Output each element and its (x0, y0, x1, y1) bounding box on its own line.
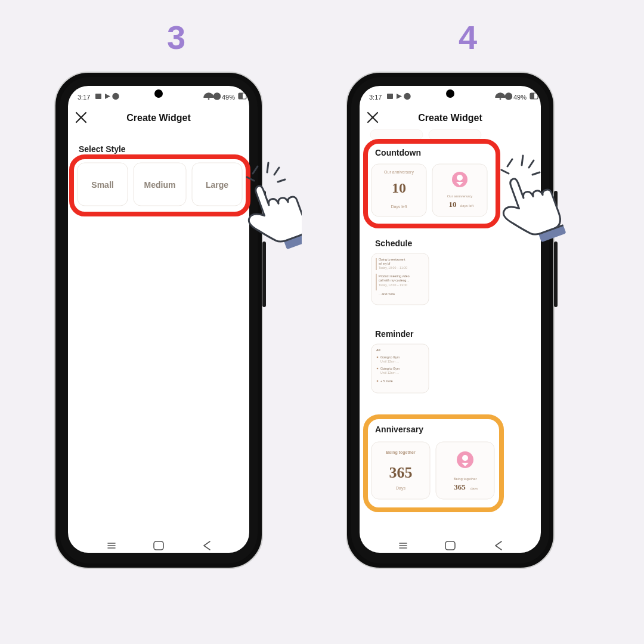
svg-point-7 (154, 89, 163, 98)
svg-text:Going to Gym: Going to Gym (380, 367, 400, 370)
svg-text:All: All (376, 348, 380, 352)
svg-rect-14 (239, 93, 243, 99)
svg-text:…and more: …and more (379, 292, 395, 296)
svg-line-27 (274, 168, 279, 175)
anniv-a-title: Being together (386, 450, 416, 455)
phone-4: 3:17 49% Create Widget (343, 69, 593, 611)
size-small-label: Small (91, 180, 113, 190)
step-number: 4 (459, 18, 477, 57)
size-small[interactable]: Small (78, 163, 128, 206)
countdown-b-title: Our anniversary (447, 194, 472, 198)
phone-3: 3:17 49% Creat (51, 69, 302, 611)
countdown-card-a[interactable]: Our anniversary 10 Days left (371, 164, 426, 216)
step-3-column: 3 3:17 49% (67, 0, 285, 644)
svg-rect-36 (554, 242, 558, 307)
svg-line-84 (522, 156, 523, 165)
svg-text:Going to Gym: Going to Gym (380, 355, 400, 359)
step-number: 3 (167, 18, 185, 57)
status-time: 3:17 (78, 94, 90, 101)
schedule-title: Schedule (375, 239, 412, 248)
svg-rect-50 (429, 129, 481, 140)
countdown-a-daysleft: Days left (391, 205, 407, 209)
countdown-title: Countdown (375, 148, 421, 157)
reminder-card[interactable]: All Going to Gym Until 12am … Going to G… (371, 344, 429, 393)
svg-point-41 (499, 98, 501, 100)
size-large-label: Large (205, 180, 228, 190)
svg-point-70 (376, 368, 378, 370)
countdown-a-number: 10 (392, 180, 406, 196)
svg-point-38 (446, 89, 454, 98)
anniv-a-days: Days (396, 486, 405, 491)
anniversary-title: Anniversary (375, 425, 423, 434)
svg-point-78 (462, 455, 468, 461)
svg-text:w/ my bf: w/ my bf (379, 262, 391, 265)
step-4-column: 4 3:17 49% (359, 0, 577, 644)
countdown-b-number: 10 (448, 200, 456, 209)
svg-rect-45 (530, 93, 534, 99)
svg-rect-49 (370, 129, 423, 140)
svg-text:+ 5 more: + 5 more (380, 379, 393, 383)
status-battery: 49% (222, 94, 235, 101)
svg-point-10 (208, 98, 209, 100)
size-options: Small Medium Large (78, 163, 242, 206)
svg-rect-5 (262, 242, 266, 307)
anniv-b-number: 365 (454, 482, 466, 491)
svg-text:call with my couleag…: call with my couleag… (379, 278, 410, 282)
svg-rect-8 (95, 94, 101, 99)
anniversary-card-a[interactable]: Being together 365 Days (371, 442, 430, 499)
reminder-title: Reminder (375, 329, 414, 339)
page-title: Create Widget (418, 113, 482, 123)
svg-text:Today, 10:00 – 11:00: Today, 10:00 – 11:00 (379, 266, 407, 270)
anniv-b-title: Being together (453, 477, 476, 481)
svg-text:Product meeting video: Product meeting video (379, 274, 410, 278)
anniv-b-unit: days (470, 487, 478, 490)
countdown-b-unit: days left (460, 204, 473, 208)
svg-line-26 (267, 163, 268, 172)
svg-rect-39 (387, 94, 393, 99)
anniversary-card-b[interactable]: Being together 365 days (436, 442, 494, 499)
countdown-a-title: Our anniversary (384, 170, 414, 175)
schedule-card[interactable]: Going to restaurant w/ my bf Today, 10:0… (371, 253, 429, 305)
size-medium[interactable]: Medium (134, 163, 186, 206)
status-time: 3:17 (369, 94, 382, 101)
svg-text:Until 12am …: Until 12am … (380, 371, 399, 374)
select-style-title: Select Style (79, 144, 126, 154)
svg-point-9 (113, 94, 119, 100)
anniv-a-number: 365 (389, 464, 412, 481)
svg-point-67 (376, 357, 378, 358)
svg-text:Today, 12:00 – 13:00: Today, 12:00 – 13:00 (379, 283, 407, 287)
countdown-card-b[interactable]: Our anniversary 10 days left (432, 164, 487, 216)
size-large[interactable]: Large (192, 163, 242, 206)
svg-line-29 (278, 179, 285, 182)
svg-point-54 (457, 175, 463, 181)
page-title: Create Widget (126, 113, 191, 123)
svg-point-40 (404, 94, 410, 100)
size-medium-label: Medium (144, 180, 175, 190)
svg-text:Until 12am …: Until 12am … (380, 360, 399, 363)
svg-text:Going to restaurant: Going to restaurant (379, 258, 405, 261)
status-battery: 49% (513, 94, 527, 101)
svg-point-73 (376, 380, 378, 382)
